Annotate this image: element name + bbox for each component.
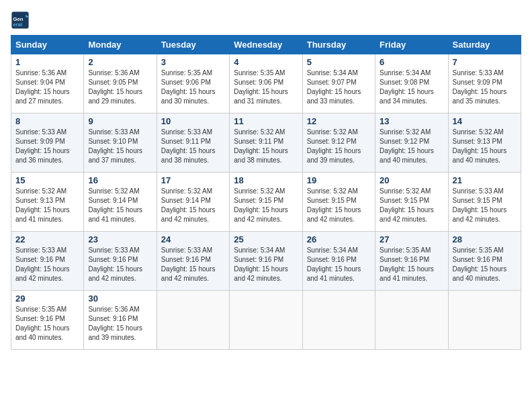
calendar-body: 1Sunrise: 5:36 AMSunset: 9:04 PMDaylight…: [11, 54, 521, 350]
day-info: Sunrise: 5:32 AMSunset: 9:13 PMDaylight:…: [15, 187, 79, 224]
calendar-cell-14: 14Sunrise: 5:32 AMSunset: 9:13 PMDayligh…: [448, 113, 521, 173]
calendar-cell-empty: [375, 291, 448, 350]
calendar-header-thursday: Thursday: [302, 36, 375, 54]
day-number: 19: [307, 175, 371, 185]
calendar-cell-26: 26Sunrise: 5:34 AMSunset: 9:16 PMDayligh…: [302, 232, 375, 291]
day-info: Sunrise: 5:32 AMSunset: 9:12 PMDaylight:…: [380, 128, 443, 165]
calendar-cell-23: 23Sunrise: 5:33 AMSunset: 9:16 PMDayligh…: [84, 232, 157, 291]
day-info: Sunrise: 5:34 AMSunset: 9:07 PMDaylight:…: [307, 68, 371, 106]
page-header: Gen eral: [11, 11, 521, 30]
day-number: 3: [161, 57, 225, 67]
day-number: 15: [15, 175, 79, 185]
day-info: Sunrise: 5:36 AMSunset: 9:04 PMDaylight:…: [15, 68, 79, 106]
calendar-cell-empty: [230, 291, 302, 350]
calendar-week-5: 29Sunrise: 5:35 AMSunset: 9:16 PMDayligh…: [11, 291, 521, 350]
day-info: Sunrise: 5:36 AMSunset: 9:05 PMDaylight:…: [88, 68, 152, 106]
calendar-week-2: 8Sunrise: 5:33 AMSunset: 9:09 PMDaylight…: [11, 113, 521, 173]
calendar-header-sunday: Sunday: [11, 36, 84, 54]
day-info: Sunrise: 5:32 AMSunset: 9:15 PMDaylight:…: [234, 187, 298, 224]
calendar-cell-29: 29Sunrise: 5:35 AMSunset: 9:16 PMDayligh…: [11, 291, 84, 350]
calendar-header-saturday: Saturday: [448, 36, 521, 54]
day-number: 22: [15, 234, 79, 244]
day-number: 6: [380, 57, 443, 67]
day-info: Sunrise: 5:32 AMSunset: 9:14 PMDaylight:…: [161, 187, 225, 224]
day-number: 2: [88, 57, 152, 67]
calendar-cell-21: 21Sunrise: 5:33 AMSunset: 9:15 PMDayligh…: [448, 173, 521, 232]
calendar-cell-empty: [157, 291, 229, 350]
day-number: 23: [88, 234, 152, 244]
calendar-cell-15: 15Sunrise: 5:32 AMSunset: 9:13 PMDayligh…: [11, 173, 84, 232]
day-number: 21: [453, 175, 517, 185]
calendar-cell-22: 22Sunrise: 5:33 AMSunset: 9:16 PMDayligh…: [11, 232, 84, 291]
day-number: 30: [88, 293, 152, 304]
calendar-week-1: 1Sunrise: 5:36 AMSunset: 9:04 PMDaylight…: [11, 54, 521, 113]
day-number: 24: [161, 234, 225, 244]
day-number: 13: [380, 116, 443, 126]
calendar-week-3: 15Sunrise: 5:32 AMSunset: 9:13 PMDayligh…: [11, 173, 521, 232]
calendar-cell-24: 24Sunrise: 5:33 AMSunset: 9:16 PMDayligh…: [157, 232, 229, 291]
calendar-cell-13: 13Sunrise: 5:32 AMSunset: 9:12 PMDayligh…: [375, 113, 448, 173]
calendar-header-tuesday: Tuesday: [157, 36, 229, 54]
calendar-header-friday: Friday: [375, 36, 448, 54]
day-info: Sunrise: 5:32 AMSunset: 9:13 PMDaylight:…: [453, 128, 517, 165]
day-number: 4: [234, 57, 298, 67]
calendar-cell-1: 1Sunrise: 5:36 AMSunset: 9:04 PMDaylight…: [11, 54, 84, 113]
calendar-cell-6: 6Sunrise: 5:34 AMSunset: 9:08 PMDaylight…: [375, 54, 448, 113]
day-info: Sunrise: 5:36 AMSunset: 9:16 PMDaylight:…: [88, 305, 152, 342]
day-number: 10: [161, 116, 225, 126]
day-info: Sunrise: 5:33 AMSunset: 9:09 PMDaylight:…: [15, 128, 79, 165]
day-info: Sunrise: 5:33 AMSunset: 9:16 PMDaylight:…: [161, 246, 225, 283]
calendar-header-wednesday: Wednesday: [230, 36, 302, 54]
day-info: Sunrise: 5:34 AMSunset: 9:16 PMDaylight:…: [234, 246, 298, 283]
calendar-cell-28: 28Sunrise: 5:35 AMSunset: 9:16 PMDayligh…: [448, 232, 521, 291]
calendar-cell-empty: [448, 291, 521, 350]
day-number: 5: [307, 57, 371, 67]
calendar-cell-30: 30Sunrise: 5:36 AMSunset: 9:16 PMDayligh…: [84, 291, 157, 350]
day-number: 26: [307, 234, 371, 244]
day-number: 1: [15, 57, 79, 67]
calendar-cell-8: 8Sunrise: 5:33 AMSunset: 9:09 PMDaylight…: [11, 113, 84, 173]
day-info: Sunrise: 5:33 AMSunset: 9:16 PMDaylight:…: [88, 246, 152, 283]
calendar-header-row: SundayMondayTuesdayWednesdayThursdayFrid…: [11, 36, 521, 54]
day-number: 9: [88, 116, 152, 126]
day-info: Sunrise: 5:34 AMSunset: 9:08 PMDaylight:…: [380, 68, 443, 106]
day-info: Sunrise: 5:32 AMSunset: 9:14 PMDaylight:…: [88, 187, 152, 224]
calendar-cell-7: 7Sunrise: 5:33 AMSunset: 9:09 PMDaylight…: [448, 54, 521, 113]
day-number: 11: [234, 116, 298, 126]
calendar-cell-18: 18Sunrise: 5:32 AMSunset: 9:15 PMDayligh…: [230, 173, 302, 232]
day-number: 16: [88, 175, 152, 185]
calendar-cell-17: 17Sunrise: 5:32 AMSunset: 9:14 PMDayligh…: [157, 173, 229, 232]
day-number: 27: [380, 234, 443, 244]
calendar-cell-4: 4Sunrise: 5:35 AMSunset: 9:06 PMDaylight…: [230, 54, 302, 113]
day-number: 14: [453, 116, 517, 126]
day-info: Sunrise: 5:35 AMSunset: 9:16 PMDaylight:…: [380, 246, 443, 283]
day-number: 25: [234, 234, 298, 244]
day-number: 18: [234, 175, 298, 185]
day-number: 29: [15, 293, 79, 304]
day-info: Sunrise: 5:33 AMSunset: 9:11 PMDaylight:…: [161, 128, 225, 165]
day-info: Sunrise: 5:33 AMSunset: 9:10 PMDaylight:…: [88, 128, 152, 165]
calendar-table: SundayMondayTuesdayWednesdayThursdayFrid…: [11, 35, 521, 350]
day-number: 28: [453, 234, 517, 244]
calendar-cell-25: 25Sunrise: 5:34 AMSunset: 9:16 PMDayligh…: [230, 232, 302, 291]
day-info: Sunrise: 5:35 AMSunset: 9:06 PMDaylight:…: [234, 68, 298, 106]
calendar-cell-11: 11Sunrise: 5:32 AMSunset: 9:11 PMDayligh…: [230, 113, 302, 173]
calendar-header-monday: Monday: [84, 36, 157, 54]
calendar-cell-3: 3Sunrise: 5:35 AMSunset: 9:06 PMDaylight…: [157, 54, 229, 113]
calendar-cell-20: 20Sunrise: 5:32 AMSunset: 9:15 PMDayligh…: [375, 173, 448, 232]
calendar-cell-empty: [302, 291, 375, 350]
calendar-cell-27: 27Sunrise: 5:35 AMSunset: 9:16 PMDayligh…: [375, 232, 448, 291]
calendar-cell-19: 19Sunrise: 5:32 AMSunset: 9:15 PMDayligh…: [302, 173, 375, 232]
day-number: 20: [380, 175, 443, 185]
calendar-cell-10: 10Sunrise: 5:33 AMSunset: 9:11 PMDayligh…: [157, 113, 229, 173]
day-info: Sunrise: 5:33 AMSunset: 9:15 PMDaylight:…: [453, 187, 517, 224]
calendar-cell-12: 12Sunrise: 5:32 AMSunset: 9:12 PMDayligh…: [302, 113, 375, 173]
logo: Gen eral: [11, 11, 32, 30]
calendar-cell-2: 2Sunrise: 5:36 AMSunset: 9:05 PMDaylight…: [84, 54, 157, 113]
day-number: 12: [307, 116, 371, 126]
day-info: Sunrise: 5:35 AMSunset: 9:16 PMDaylight:…: [453, 246, 517, 283]
calendar-cell-16: 16Sunrise: 5:32 AMSunset: 9:14 PMDayligh…: [84, 173, 157, 232]
day-info: Sunrise: 5:35 AMSunset: 9:16 PMDaylight:…: [15, 305, 79, 342]
day-number: 17: [161, 175, 225, 185]
day-info: Sunrise: 5:32 AMSunset: 9:12 PMDaylight:…: [307, 128, 371, 165]
